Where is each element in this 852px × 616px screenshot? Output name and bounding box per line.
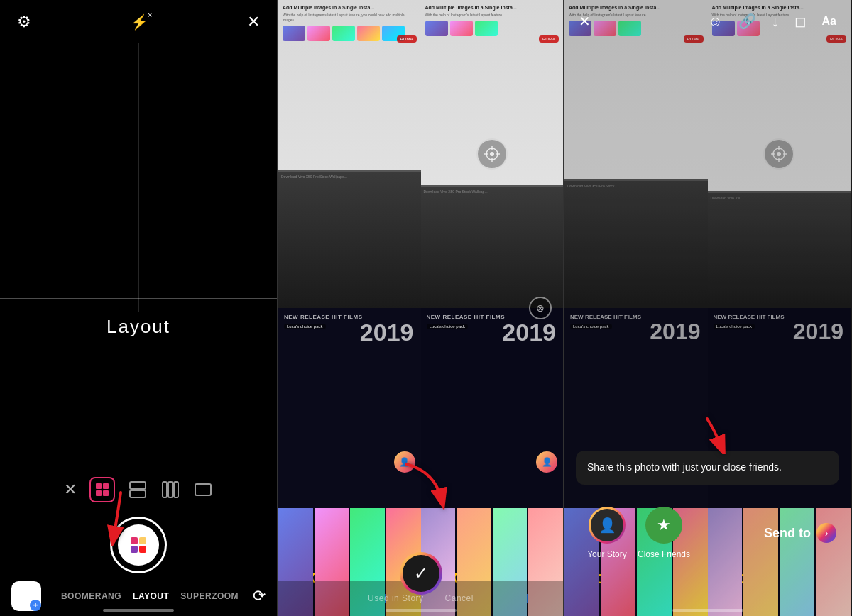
- download-icon[interactable]: ↓: [769, 11, 782, 33]
- story-avatar-inner: 👤: [591, 509, 623, 541]
- home-indicator-3: [672, 609, 743, 612]
- svg-point-15: [777, 152, 781, 156]
- camera-panel: ⚙ ⚡ × ✕ Layout ✕: [0, 0, 277, 616]
- photo-cell-1: Add Multiple Images in a Single Insta...…: [278, 0, 421, 308]
- close-friends-option[interactable]: ★ Close Friends: [635, 507, 692, 559]
- svg-rect-0: [130, 482, 146, 489]
- send-to-button[interactable]: Send to ›: [764, 523, 836, 543]
- target-icon-top: [476, 138, 508, 170]
- share-top-bar: ✕ ☺ 🔗 ↓ ◻ Aa: [564, 0, 851, 43]
- sticker-icon[interactable]: ◻: [792, 10, 809, 33]
- share-bottom-bar: 👤 Your Story ★ Close Friends Send to ›: [564, 507, 851, 559]
- used-in-story-label: Used in Story: [368, 593, 424, 603]
- camera-mode-tabs: BOOMERANG LAYOUT SUPERZOOM: [41, 591, 253, 601]
- photo-selection-panel: Add Multiple Images in a Single Insta...…: [277, 0, 564, 616]
- svg-rect-4: [174, 482, 178, 497]
- confirm-selection-button[interactable]: ✓: [400, 552, 442, 595]
- layout-label: Layout: [106, 316, 170, 338]
- layout-tab[interactable]: LAYOUT: [127, 591, 175, 601]
- close-friends-label: Close Friends: [638, 549, 690, 559]
- boomerang-tab[interactable]: BOOMERANG: [55, 591, 127, 601]
- close-friends-tooltip: Share this photo with just your close fr…: [576, 451, 839, 485]
- flash-off-icon: ×: [148, 11, 152, 19]
- your-story-option[interactable]: 👤 Your Story: [579, 507, 635, 559]
- photo-grid: Add Multiple Images in a Single Insta...…: [278, 0, 563, 616]
- star-icon: ★: [657, 516, 671, 534]
- superzoom-tab[interactable]: SUPERZOOM: [175, 591, 244, 601]
- red-arrow-3: [693, 415, 743, 457]
- delete-photo-icon[interactable]: ⊗: [529, 297, 552, 319]
- red-arrow-2: [399, 457, 456, 517]
- checkmark-icon: ✓: [414, 563, 428, 583]
- close-story-icon[interactable]: ✕: [576, 10, 594, 33]
- svg-rect-5: [195, 484, 211, 495]
- flip-camera-icon[interactable]: ⟳: [253, 587, 266, 605]
- story-plus-icon: +: [30, 600, 41, 611]
- share-photo-cell-2: Add Multiple Images in a Single Insta...…: [708, 0, 851, 308]
- settings-icon[interactable]: ⚙: [17, 13, 31, 31]
- vertical-guide: [138, 43, 139, 312]
- grid-cell-1: [96, 483, 102, 489]
- text-tool-icon[interactable]: Aa: [819, 12, 839, 31]
- share-photo-cell-1: Add Multiple Images in a Single Insta...…: [564, 0, 708, 308]
- your-story-label: Your Story: [587, 549, 627, 559]
- layout-1x1-icon[interactable]: [193, 480, 213, 500]
- target-icon-p3: [763, 138, 794, 170]
- close-friends-avatar: ★: [645, 507, 682, 544]
- check-inner: ✓: [403, 555, 439, 592]
- send-to-label: Send to: [764, 526, 811, 541]
- tooltip-text: Share this photo with just your close fr…: [587, 461, 782, 473]
- close-layout-icon[interactable]: ✕: [64, 480, 77, 499]
- red-arrow-1: [99, 489, 142, 549]
- your-story-avatar: 👤: [589, 507, 626, 544]
- svg-point-8: [490, 152, 494, 156]
- cancel-label: Cancel: [445, 593, 474, 603]
- close-icon[interactable]: ✕: [247, 13, 260, 31]
- share-panel: Add Multiple Images in a Single Insta...…: [564, 0, 851, 616]
- home-indicator-1: [103, 609, 174, 612]
- flash-icon[interactable]: ⚡ ×: [131, 13, 148, 31]
- emoji-icon[interactable]: ☺: [705, 11, 725, 33]
- send-to-chevron-icon: ›: [816, 523, 836, 543]
- story-thumbnail[interactable]: +: [11, 581, 41, 611]
- horizontal-guide: [0, 298, 277, 299]
- layout-3x1-icon[interactable]: [160, 480, 180, 500]
- photo-cell-2: Add Multiple Images in a Single Insta...…: [421, 0, 564, 308]
- link-icon[interactable]: 🔗: [736, 10, 759, 33]
- grid-cell-2: [103, 483, 109, 489]
- svg-rect-2: [163, 482, 167, 497]
- svg-rect-3: [168, 482, 173, 497]
- camera-top-bar: ⚙ ⚡ × ✕: [0, 0, 277, 38]
- home-indicator-2: [386, 609, 457, 612]
